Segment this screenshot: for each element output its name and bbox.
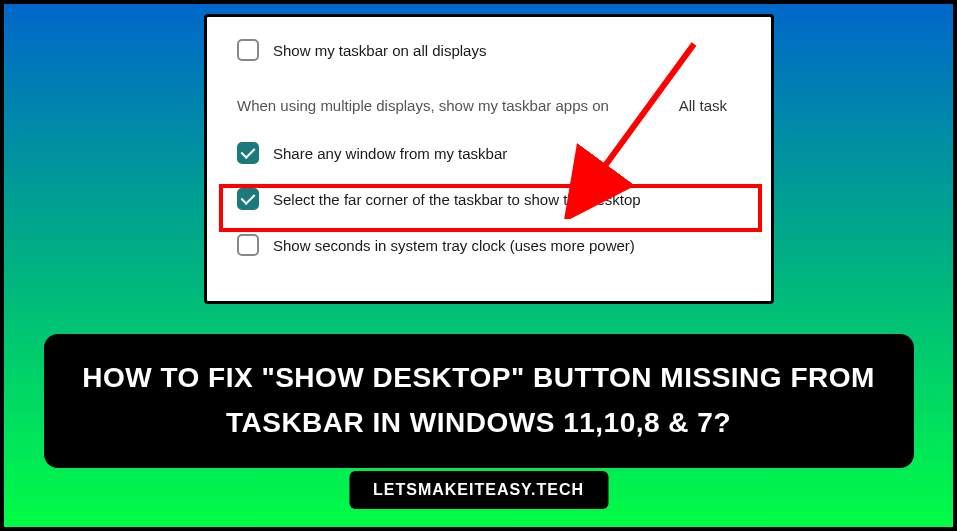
setting-row-far-corner[interactable]: Select the far corner of the taskbar to … [237, 182, 741, 216]
label-show-seconds: Show seconds in system tray clock (uses … [273, 237, 741, 254]
label-show-all-displays: Show my taskbar on all displays [273, 42, 741, 59]
settings-panel: Show my taskbar on all displays When usi… [204, 14, 774, 304]
label-far-corner: Select the far corner of the taskbar to … [273, 191, 741, 208]
checkbox-show-all-displays[interactable] [237, 39, 259, 61]
checkbox-far-corner[interactable] [237, 188, 259, 210]
multiple-displays-row: When using multiple displays, show my ta… [237, 79, 741, 136]
footer-text: LETSMAKEITEASY.TECH [373, 481, 584, 499]
footer-banner: LETSMAKEITEASY.TECH [349, 471, 608, 509]
label-share-window: Share any window from my taskbar [273, 145, 741, 162]
setting-row-show-seconds[interactable]: Show seconds in system tray clock (uses … [237, 228, 741, 262]
checkbox-show-seconds[interactable] [237, 234, 259, 256]
taskbar-apps-dropdown[interactable]: All task [665, 89, 741, 122]
multiple-displays-description: When using multiple displays, show my ta… [237, 97, 609, 114]
title-banner: HOW TO FIX "SHOW DESKTOP" BUTTON MISSING… [44, 334, 914, 468]
checkbox-share-window[interactable] [237, 142, 259, 164]
setting-row-share-window[interactable]: Share any window from my taskbar [237, 136, 741, 170]
title-text: HOW TO FIX "SHOW DESKTOP" BUTTON MISSING… [74, 356, 884, 446]
setting-row-show-all-displays[interactable]: Show my taskbar on all displays [237, 33, 741, 67]
